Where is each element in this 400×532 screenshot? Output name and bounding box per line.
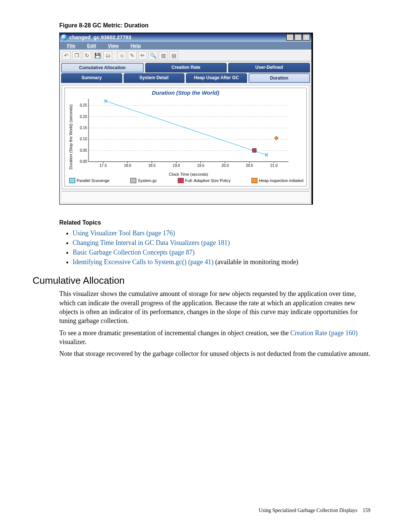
- legend-item: Parallel Scavenge: [69, 178, 110, 183]
- back-icon[interactable]: ↶: [62, 51, 71, 60]
- tab-duration[interactable]: Duration: [249, 73, 310, 83]
- chart-plot: 0.000.050.100.150.200.2517.518.018.519.0…: [74, 97, 303, 176]
- svg-text:19.5: 19.5: [197, 164, 204, 168]
- list-item: Basic Garbage Collection Concepts (page …: [73, 248, 370, 257]
- related-link[interactable]: Identifying Excessive Calls to System.gc…: [73, 258, 213, 266]
- chart-legend: Parallel ScavengeSystem.gcFull: Adaptive…: [68, 176, 303, 183]
- menu-help[interactable]: Help: [125, 42, 146, 50]
- svg-text:0.15: 0.15: [80, 126, 87, 130]
- svg-text:0.05: 0.05: [80, 148, 87, 152]
- svg-rect-34: [253, 149, 256, 152]
- tab-summary[interactable]: Summary: [61, 73, 122, 83]
- save-icon[interactable]: 💾: [93, 51, 102, 60]
- legend-item: Full: Adaptive Size Policy: [178, 178, 231, 183]
- zoom-icon[interactable]: 🔍: [149, 51, 157, 60]
- svg-text:20.5: 20.5: [246, 164, 253, 168]
- tab-heap-usage[interactable]: Heap Usage After GC: [186, 73, 247, 83]
- legend-label: Full: Adaptive Size Policy: [185, 178, 231, 183]
- legend-swatch: [178, 178, 184, 183]
- tab-system-detail[interactable]: System Detail: [124, 73, 185, 83]
- para1: This visualizer shows the cumulative amo…: [59, 289, 370, 325]
- page-footer: Using Specialized Garbage Collection Dis…: [259, 508, 370, 514]
- legend-item: Heap inspection initiated: [251, 178, 303, 183]
- related-list: Using Visualizer Tool Bars (page 176)Cha…: [59, 228, 370, 267]
- para2: To see a more dramatic presentation of i…: [59, 329, 370, 347]
- chart-title: Duration (Stop the World): [68, 90, 303, 96]
- related-link[interactable]: Changing Time Interval in GC Data Visual…: [73, 239, 230, 246]
- maximize-button[interactable]: □: [294, 34, 302, 41]
- app-icon: [61, 34, 67, 40]
- section-heading: Cumulative Allocation: [33, 275, 370, 286]
- refresh-icon[interactable]: ↻: [83, 51, 91, 60]
- window-controls: _ □ ×: [286, 34, 310, 41]
- menu-edit[interactable]: Edit: [82, 42, 101, 50]
- tab-container: Cumulative Allocation Creation Rate User…: [60, 61, 311, 83]
- minimize-button[interactable]: _: [286, 34, 294, 41]
- chart-ylabel: Duration (Stop the World) (seconds): [68, 97, 74, 176]
- svg-text:0.20: 0.20: [80, 115, 87, 119]
- wand2-icon[interactable]: ✏: [138, 51, 147, 60]
- tab-user-defined[interactable]: User-Defined: [228, 63, 310, 73]
- menu-file[interactable]: File: [62, 42, 80, 50]
- chart-xlabel: Clock Time (seconds): [74, 171, 303, 176]
- copy-icon[interactable]: ❐: [72, 51, 81, 60]
- menu-bar: File Edit View Help: [60, 42, 311, 50]
- list-item: Changing Time Interval in GC Data Visual…: [73, 238, 370, 248]
- legend-swatch: [69, 178, 75, 183]
- chart-panel: Duration (Stop the World) Duration (Stop…: [62, 85, 309, 189]
- legend-label: Heap inspection initiated: [259, 178, 303, 183]
- chart1-icon[interactable]: ▥: [159, 51, 168, 60]
- wand-icon[interactable]: ✎: [128, 51, 137, 60]
- para3: Note that storage recovered by the garba…: [59, 349, 370, 358]
- legend-swatch: [251, 178, 257, 183]
- related-heading: Related Topics: [59, 219, 370, 226]
- menu-view[interactable]: View: [103, 42, 124, 50]
- title-bar: changed_gc.93602.27793 _ □ ×: [60, 33, 311, 42]
- chart2-icon[interactable]: ▤: [169, 51, 178, 60]
- close-button[interactable]: ×: [303, 34, 310, 41]
- legend-item: System.gc: [130, 178, 157, 183]
- saveall-icon[interactable]: 🗂: [103, 51, 112, 60]
- svg-text:17.5: 17.5: [100, 164, 107, 168]
- tab-creation-rate[interactable]: Creation Rate: [145, 63, 227, 73]
- svg-text:18.5: 18.5: [148, 164, 156, 168]
- tool-bar: ↶ ❐ ↻ 💾 🗂 ⦸ ✎ ✏ 🔍 ▥ ▤: [60, 50, 311, 61]
- svg-text:20.0: 20.0: [221, 164, 229, 168]
- app-window: changed_gc.93602.27793 _ □ × File Edit V…: [59, 33, 313, 205]
- legend-swatch: [130, 178, 136, 183]
- list-item: Identifying Excessive Calls to System.gc…: [73, 257, 370, 267]
- related-link[interactable]: Using Visualizer Tool Bars (page 176): [73, 229, 175, 237]
- cancel-icon[interactable]: ⦸: [117, 51, 126, 60]
- svg-text:19.0: 19.0: [173, 164, 180, 168]
- legend-label: Parallel Scavenge: [77, 178, 110, 183]
- list-item: Using Visualizer Tool Bars (page 176): [73, 228, 370, 238]
- svg-text:0.00: 0.00: [80, 159, 87, 164]
- svg-text:18.0: 18.0: [124, 164, 131, 168]
- link-creation-rate[interactable]: Creation Rate (page 160): [290, 329, 357, 337]
- related-link[interactable]: Basic Garbage Collection Concepts (page …: [73, 249, 194, 256]
- svg-text:21.0: 21.0: [270, 164, 278, 168]
- svg-text:0.25: 0.25: [80, 103, 87, 107]
- svg-text:0.10: 0.10: [80, 137, 87, 141]
- legend-label: System.gc: [138, 178, 157, 183]
- window-title: changed_gc.93602.27793: [69, 34, 131, 40]
- tab-cumulative-allocation[interactable]: Cumulative Allocation: [61, 63, 144, 73]
- figure-caption: Figure 8-28 GC Metric: Duration: [59, 22, 370, 29]
